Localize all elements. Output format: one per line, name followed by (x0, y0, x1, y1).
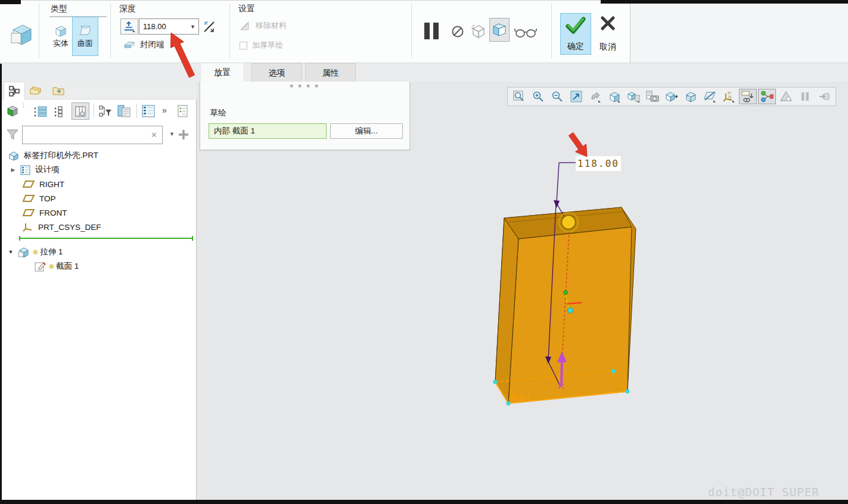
sketch-vertex[interactable] (611, 369, 616, 374)
closed-end-icon (123, 39, 136, 50)
unattached-preview-button (470, 24, 487, 39)
closed-end-toggle[interactable]: 封闭端 (123, 39, 164, 50)
remove-material-label: 移除材料 (256, 20, 287, 31)
clear-search-icon[interactable]: ✕ (151, 130, 162, 139)
depth-dropdown-caret[interactable]: ▼ (187, 24, 198, 30)
window-edge-bottom (0, 500, 848, 504)
tree-row-extrude[interactable]: ▼ ✳ 拉伸 1 (0, 245, 195, 259)
pause-feature-button[interactable] (422, 21, 441, 41)
tree-filter-row: ✕ ▼ (0, 123, 197, 147)
tree-label: 标签打印机外壳.PRT (24, 150, 98, 161)
model-tree-navigator: ✳ ⦙ (0, 82, 197, 500)
sketch-collector-field[interactable]: 内部 截面 1 (209, 123, 327, 139)
solid-type-label: 实体 (53, 38, 69, 49)
datum-plane-icon (23, 194, 35, 203)
doc-list-icon (176, 104, 190, 118)
expander-icon[interactable]: ▼ (7, 249, 14, 255)
ribbon-divider (39, 4, 39, 58)
ribbon-divider (110, 4, 111, 58)
toolbar-separator (94, 104, 94, 118)
tree-search-input[interactable]: ✕ (22, 126, 163, 144)
thicken-sketch-checkbox (240, 42, 247, 49)
settings-group-label: 设置 (238, 4, 255, 14)
toolbar-separator (136, 104, 137, 118)
depth-group-label: 深度 (119, 4, 136, 14)
depth-option-button[interactable] (120, 18, 138, 35)
insert-here-locator[interactable] (19, 238, 193, 239)
tab-placement[interactable]: 放置 (201, 63, 243, 82)
collapse-all-button[interactable] (54, 105, 67, 117)
sketch-section-label: 草绘 (210, 108, 226, 119)
no-preview-button[interactable] (451, 25, 464, 38)
regen-asterisk: ✳ (32, 248, 39, 257)
section-tag-label: 截面 1 (510, 394, 530, 402)
tree-filter-icon (98, 105, 113, 118)
show-settings-button[interactable] (6, 104, 19, 117)
tree-settings-button[interactable] (141, 104, 156, 118)
blind-depth-icon (123, 21, 135, 32)
sketch-vertex[interactable] (626, 390, 630, 394)
attached-preview-button[interactable] (489, 18, 510, 42)
surface-type-button[interactable]: 曲面 (72, 17, 98, 56)
tree-row-part[interactable]: 标签打印机外壳.PRT (0, 148, 195, 163)
expander-icon[interactable]: ▶ (10, 167, 17, 173)
green-point-marker (564, 291, 567, 294)
wireframe-preview-icon (470, 24, 487, 39)
dashboard-tab-row: 放置 选项 属性 (0, 63, 848, 82)
tree-label: FRONT (39, 209, 67, 217)
tree-row-front-plane[interactable]: FRONT (0, 206, 195, 220)
depth-value: 118.00 (139, 22, 187, 31)
navigator-tabs: ✳ (0, 82, 197, 99)
collapse-all-icon (54, 105, 67, 117)
tree-copy-icon (117, 104, 132, 118)
tree-doc-button[interactable] (176, 104, 190, 118)
flip-direction-button[interactable] (201, 18, 217, 35)
search-dropdown-caret[interactable]: ▼ (166, 131, 178, 137)
ok-button[interactable]: 确定 (560, 13, 591, 55)
expand-all-button[interactable] (33, 105, 48, 117)
solid-type-button[interactable]: 实体 (50, 18, 72, 55)
tree-row-top-plane[interactable]: TOP (0, 191, 195, 206)
cancel-label: 取消 (599, 42, 616, 52)
tree-label: 拉伸 1 (40, 247, 63, 257)
tree-copy-button[interactable] (117, 104, 132, 118)
sketch-vertex[interactable] (493, 380, 498, 384)
datum-plane-icon (23, 209, 35, 217)
tab-model-tree[interactable] (4, 82, 25, 99)
tab-properties[interactable]: 属性 (305, 63, 356, 82)
dimension-value-label[interactable]: 118.00 (576, 156, 621, 171)
tree-columns-icon (74, 105, 86, 117)
tree-filter-button[interactable] (98, 105, 113, 118)
attached-preview-icon (492, 23, 507, 37)
tree-label: RIGHT (39, 180, 64, 189)
tree-row-csys[interactable]: PRT_CSYS_DEF (0, 220, 195, 234)
depth-drag-handle[interactable] (562, 216, 576, 229)
tab-options[interactable]: 选项 (251, 63, 302, 82)
ribbon-divider (411, 4, 412, 58)
tree-columns-button[interactable] (72, 102, 89, 120)
tab-folder-browser[interactable] (25, 82, 46, 99)
thicken-sketch-label: 加厚草绘 (252, 40, 283, 51)
regen-asterisk: ✳ (48, 262, 55, 271)
cyan-point-marker[interactable] (568, 308, 573, 313)
verify-button[interactable] (514, 26, 538, 38)
panel-drag-handle[interactable]: ■ ■ ■ ■ (200, 83, 409, 89)
svg-text:✳: ✳ (56, 88, 61, 95)
tree-label: 截面 1 (56, 261, 79, 272)
extrude-direction-arrow[interactable] (561, 360, 562, 385)
depth-value-input[interactable]: 118.00 ▼ (139, 18, 199, 35)
ribbon-divider (551, 4, 552, 58)
dashboard-ribbon: 类型 实体 曲面 深度 118.00 ▼ (0, 0, 630, 63)
toolbar-overflow-button[interactable]: » (162, 105, 167, 115)
edit-sketch-button[interactable]: 编辑... (330, 123, 403, 139)
solid-cube-icon (54, 24, 68, 38)
green-cube-icon (6, 104, 19, 117)
add-filter-icon[interactable] (178, 129, 190, 141)
tree-row-design-items[interactable]: ▶ 设计项 (0, 163, 195, 177)
cancel-button[interactable]: 取消 (594, 13, 622, 55)
sketch-icon (35, 261, 46, 272)
ok-check-icon (566, 16, 586, 35)
tree-row-section[interactable]: ✳ 截面 1 (0, 259, 195, 273)
tab-favorites[interactable]: ✳ (48, 82, 69, 99)
tree-row-right-plane[interactable]: RIGHT (0, 177, 195, 191)
